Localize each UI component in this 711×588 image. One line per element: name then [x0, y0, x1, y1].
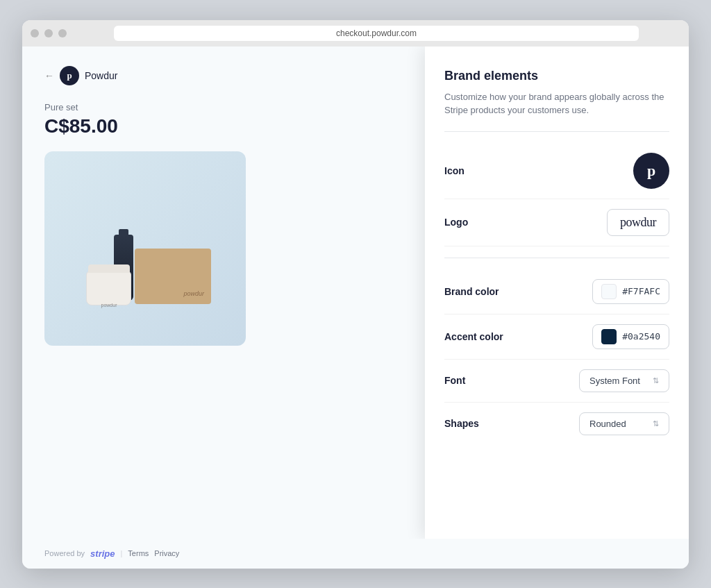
checkout-footer: Powered by stripe | Terms Privacy: [22, 539, 689, 569]
brand-initial: p: [67, 70, 72, 81]
powered-by-text: Powered by: [44, 549, 85, 557]
back-arrow[interactable]: ←: [44, 70, 54, 81]
shapes-select[interactable]: Rounded ⇅: [579, 412, 669, 435]
icon-initial: p: [647, 162, 655, 180]
browser-bar: checkout.powdur.com: [22, 20, 689, 47]
privacy-link[interactable]: Privacy: [154, 549, 179, 557]
footer-separator: |: [121, 549, 123, 557]
panel-description: Customize how your brand appears globall…: [444, 90, 669, 117]
accent-color-box[interactable]: #0a2540: [592, 324, 669, 349]
product-image: powdur: [44, 151, 246, 346]
font-label: Font: [444, 375, 465, 386]
stripe-logo: stripe: [90, 548, 115, 559]
panel-divider-2: [444, 258, 669, 258]
font-row: Font System Font ⇅: [444, 360, 669, 403]
logo-label: Logo: [444, 217, 468, 228]
panel-divider-1: [444, 131, 669, 132]
browser-dot-green: [58, 29, 67, 37]
brand-color-row: Brand color #F7FAFC: [444, 269, 669, 314]
accent-color-row: Accent color #0a2540: [444, 314, 669, 360]
url-text: checkout.powdur.com: [336, 28, 417, 38]
accent-color-hex: #0a2540: [622, 331, 660, 342]
logo-text: powdur: [620, 215, 656, 229]
brand-icon: p: [60, 66, 79, 85]
brand-color-box[interactable]: #F7FAFC: [592, 279, 669, 304]
brand-name: Powdur: [85, 70, 117, 81]
brand-color-label: Brand color: [444, 286, 499, 297]
icon-preview[interactable]: p: [633, 153, 669, 189]
font-value: System Font: [589, 376, 640, 386]
shapes-chevron-icon: ⇅: [653, 419, 659, 428]
shapes-label: Shapes: [444, 418, 479, 429]
url-bar[interactable]: checkout.powdur.com: [114, 26, 639, 41]
product-jar: [86, 271, 131, 305]
brand-color-hex: #F7FAFC: [622, 286, 660, 296]
accent-color-label: Accent color: [444, 331, 503, 342]
logo-row: Logo powdur: [444, 199, 669, 246]
browser-content: ← p Powdur Pure set C$85.00 powdur: [22, 47, 689, 539]
icon-label: Icon: [444, 165, 465, 176]
panel-title: Brand elements: [444, 69, 669, 83]
shapes-row: Shapes Rounded ⇅: [444, 403, 669, 445]
icon-row: Icon p: [444, 143, 669, 199]
logo-preview[interactable]: powdur: [607, 209, 669, 236]
browser-dot-red: [31, 29, 39, 37]
shapes-value: Rounded: [589, 419, 626, 429]
product-jar-label: powdur: [87, 303, 131, 308]
product-box: [135, 249, 211, 304]
font-chevron-icon: ⇅: [653, 376, 659, 385]
accent-color-swatch: [601, 329, 617, 344]
font-select[interactable]: System Font ⇅: [579, 369, 669, 392]
browser-window: checkout.powdur.com ← p Powdur Pure set …: [22, 20, 689, 569]
terms-link[interactable]: Terms: [128, 549, 149, 557]
brand-color-swatch: [601, 284, 617, 299]
browser-dot-yellow: [44, 29, 53, 37]
brand-panel: Brand elements Customize how your brand …: [425, 47, 689, 539]
product-illustration: powdur: [44, 151, 246, 346]
